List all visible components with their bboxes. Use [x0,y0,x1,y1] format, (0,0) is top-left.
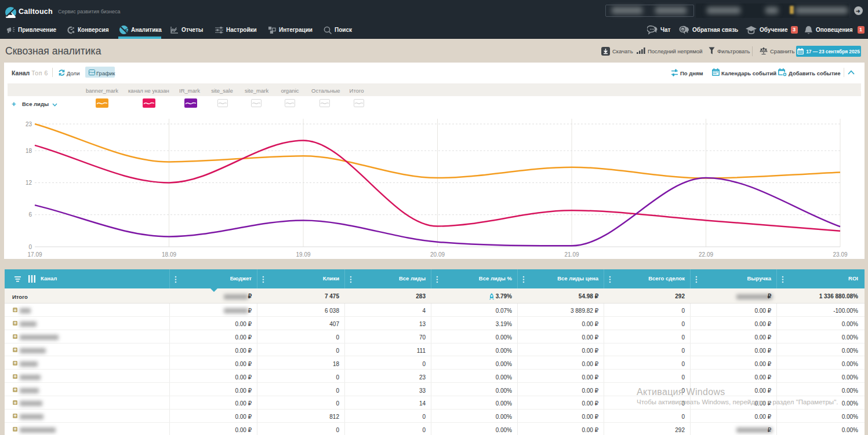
svg-text:18: 18 [26,148,32,154]
svg-text:21.09: 21.09 [564,251,579,258]
svg-text:23.09: 23.09 [833,251,847,258]
svg-text:17.09: 17.09 [27,251,42,258]
svg-text:12: 12 [26,180,32,186]
svg-text:19.09: 19.09 [296,251,310,258]
svg-text:18.09: 18.09 [162,251,176,258]
svg-text:0: 0 [28,244,32,250]
svg-text:22.09: 22.09 [699,251,713,258]
svg-text:20.09: 20.09 [430,251,445,258]
svg-text:6: 6 [28,211,32,218]
svg-text:23: 23 [26,121,32,127]
